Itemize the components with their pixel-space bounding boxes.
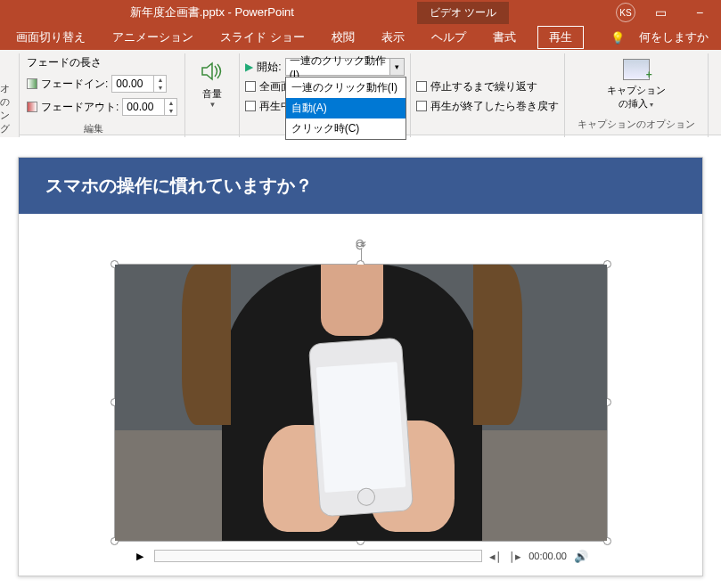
tab-format[interactable]: 書式	[487, 26, 521, 49]
dropdown-opt-auto[interactable]: 自動(A)	[286, 98, 406, 118]
context-tab: ビデオ ツール	[417, 2, 509, 24]
step-back-button[interactable]: ◂∣	[489, 550, 502, 563]
volume-label: 音量	[202, 87, 222, 101]
video-player-bar: ▶ ◂∣ ∣▸ 00:00.00 🔊	[126, 545, 595, 567]
caption-group-label: キャプションのオプション	[578, 116, 695, 132]
fade-out-icon	[27, 102, 37, 112]
start-dropdown: 一連のクリック動作(I) 自動(A) クリック時(C)	[285, 77, 406, 140]
spin-up-icon[interactable]: ▲	[165, 99, 176, 107]
start-combo[interactable]: 一連のクリック動作(I) ▾ 一連のクリック動作(I) 自動(A) クリック時(…	[285, 58, 405, 76]
dropdown-opt-onclick[interactable]: クリック時(C)	[286, 118, 406, 139]
group-caption: キャプション の挿入 ▾ キャプションのオプション	[565, 53, 709, 137]
chevron-down-icon[interactable]: ▾	[389, 59, 404, 75]
hide-playing-checkbox[interactable]	[245, 101, 256, 111]
restore-button[interactable]: ▭	[646, 3, 675, 22]
rotate-handle-icon[interactable]: ⟳	[356, 236, 366, 250]
fade-in-input[interactable]	[112, 76, 153, 92]
doc-name: 新年度企画書.pptx	[130, 5, 225, 19]
fade-title: フェードの長さ	[27, 55, 177, 70]
slide-title[interactable]: スマホの操作に慣れていますか？	[19, 158, 702, 214]
spin-down-icon[interactable]: ▼	[165, 107, 176, 115]
group-video-options-2: 停止するまで繰り返す 再生が終了したら巻き戻す	[411, 53, 565, 137]
video-timeline[interactable]	[154, 550, 482, 562]
chevron-down-icon: ▾	[648, 101, 653, 109]
group-volume: 音量 ▼	[185, 53, 240, 137]
rewind-checkbox[interactable]	[416, 101, 427, 111]
minimize-button[interactable]: −	[685, 3, 714, 22]
tab-view[interactable]: 表示	[376, 26, 410, 49]
start-label: 開始:	[257, 60, 281, 75]
start-icon: ▶	[245, 61, 253, 73]
tab-help[interactable]: ヘルプ	[426, 26, 471, 49]
slide[interactable]: スマホの操作に慣れていますか？ ⟳ ⟳	[18, 157, 703, 576]
spin-up-icon[interactable]: ▲	[154, 76, 166, 84]
title-text: 新年度企画書.pptx - PowerPoint	[7, 4, 417, 20]
video-time: 00:00.00	[528, 551, 567, 561]
bulb-icon: 💡	[605, 28, 630, 48]
group-video-options: ▶ 開始: 一連のクリック動作(I) ▾ 一連のクリック動作(I) 自動(A) …	[240, 53, 410, 137]
fade-in-icon	[27, 78, 37, 89]
group-fade: フェードの長さ フェードイン: ▲▼ フェードアウト: ▲▼ 編集	[20, 53, 185, 137]
mute-button[interactable]: 🔊	[574, 550, 588, 563]
dropdown-opt-inclick[interactable]: 一連のクリック動作(I)	[286, 78, 406, 98]
fade-in-label: フェードイン:	[41, 77, 108, 92]
chevron-down-icon[interactable]: ▼	[209, 101, 216, 109]
fade-out-spinner[interactable]: ▲▼	[122, 98, 177, 116]
tell-me[interactable]: 💡 何をしますか	[600, 22, 719, 53]
tab-animation[interactable]: アニメーション	[107, 26, 199, 49]
tab-review[interactable]: 校閲	[326, 26, 360, 49]
group-edit-label: 編集	[9, 120, 177, 136]
insert-caption-icon[interactable]	[623, 59, 650, 80]
slide-canvas: スマホの操作に慣れていますか？ ⟳ ⟳	[0, 135, 721, 588]
app-name: PowerPoint	[234, 5, 293, 19]
volume-icon[interactable]	[198, 57, 226, 86]
video-thumbnail	[115, 265, 607, 541]
title-bar: 新年度企画書.pptx - PowerPoint ビデオ ツール KS ▭ −	[0, 0, 721, 25]
caption-label-2: の挿入	[619, 98, 648, 109]
fade-out-label: フェードアウト:	[41, 100, 119, 115]
user-badge[interactable]: KS	[616, 3, 635, 22]
video-object[interactable]: ⟳	[114, 264, 608, 542]
crop-text-1: オの	[0, 82, 19, 109]
step-fwd-button[interactable]: ∣▸	[509, 550, 521, 563]
tab-playback[interactable]: 再生	[537, 26, 584, 49]
spin-down-icon[interactable]: ▼	[154, 84, 166, 92]
tell-me-label: 何をしますか	[634, 26, 714, 49]
slide-body: ⟳ ⟳	[19, 214, 702, 576]
fade-out-input[interactable]	[123, 99, 164, 115]
tab-slideshow[interactable]: スライド ショー	[215, 26, 310, 49]
loop-checkbox[interactable]	[416, 81, 427, 92]
fade-in-spinner[interactable]: ▲▼	[111, 75, 167, 93]
tab-transition[interactable]: 画面切り替え	[11, 26, 91, 49]
caption-label-1: キャプション	[607, 84, 666, 97]
play-button[interactable]: ▶	[133, 549, 147, 563]
caption-label[interactable]: キャプション の挿入 ▾	[607, 84, 666, 110]
ribbon: オの ング フェードの長さ フェードイン: ▲▼ フェードアウト: ▲▼	[0, 50, 721, 135]
fullscreen-checkbox[interactable]	[245, 81, 256, 92]
ribbon-tabs: 画面切り替え アニメーション スライド ショー 校閲 表示 ヘルプ 書式 再生 …	[0, 25, 721, 50]
rewind-label: 再生が終了したら巻き戻す	[430, 99, 559, 114]
loop-label: 停止するまで繰り返す	[430, 79, 537, 94]
